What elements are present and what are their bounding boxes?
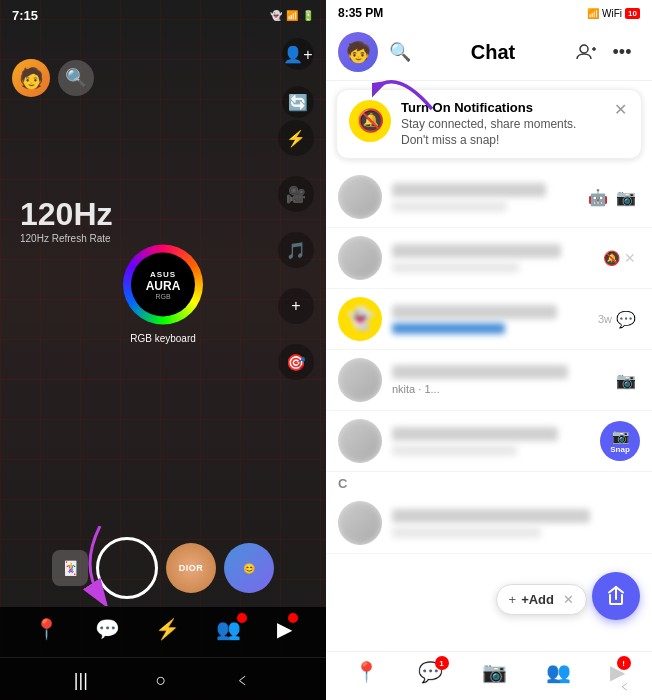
hz-label: 120Hz Refresh Rate — [20, 233, 113, 244]
add-close-button[interactable]: ✕ — [563, 592, 574, 607]
chat-bubble-icon[interactable]: 💬 — [612, 305, 640, 333]
chat-info-1 — [392, 183, 584, 212]
map-nav-left[interactable]: 📍 — [34, 617, 59, 641]
hz-display: 120Hz 120Hz Refresh Rate — [20, 196, 113, 244]
left-top-right-controls: 👤+ 🔄 — [282, 38, 314, 118]
hz-value: 120Hz — [20, 196, 113, 233]
close-chat-button[interactable]: ✕ — [620, 250, 640, 266]
back-btn[interactable]: ﹤ — [218, 664, 268, 696]
snapchat-status-icon: 👻 — [270, 10, 282, 21]
chat-preview-2 — [392, 262, 519, 273]
battery-level: 10 — [625, 8, 640, 19]
left-status-icons: 👻 📶 🔋 — [270, 10, 314, 21]
chat-avatar-2 — [338, 236, 382, 280]
snap-label: Snap — [610, 445, 630, 454]
chat-item[interactable]: 🔕 ✕ — [326, 228, 652, 289]
right-bottom-nav: 📍 💬 1 📷 👥 ▶ ! — [326, 651, 652, 700]
chat-avatar-5 — [338, 419, 382, 463]
add-friend-button[interactable]: 👤+ — [282, 38, 314, 70]
chat-info-4: nkita · 1... — [392, 365, 612, 395]
chat-nav-left[interactable]: 💬 — [95, 617, 120, 641]
rgb-keyboard-label: RGB keyboard — [123, 333, 203, 344]
right-time: 8:35 PM — [338, 6, 383, 20]
back-button-right[interactable]: ﹤ — [618, 678, 632, 696]
add-icon-btn[interactable]: + — [278, 288, 314, 324]
right-status-icons: 📶 WiFi 10 — [587, 8, 640, 19]
filter-row: 🃏 DIOR 😊 — [0, 537, 326, 607]
chat-item-team-snapchat[interactable]: 👻 3w 💬 — [326, 289, 652, 350]
notification-off-icon: 🔕 — [603, 250, 620, 266]
chat-nav-right[interactable]: 💬 1 — [418, 660, 443, 684]
user-avatar[interactable]: 🧑 — [12, 59, 50, 97]
chat-name-4 — [392, 365, 568, 379]
camera-nav-left[interactable]: ⚡ — [155, 617, 180, 641]
chat-avatar-4 — [338, 358, 382, 402]
friends-nav-right[interactable]: 👥 — [546, 660, 571, 684]
chat-item[interactable]: 🤖 📷 — [326, 167, 652, 228]
chat-preview-1 — [392, 201, 507, 212]
avatar-filter[interactable]: 😊 — [224, 543, 274, 593]
battery-icon: 🔋 — [302, 10, 314, 21]
friends-badge — [237, 613, 247, 623]
music-icon-btn[interactable]: 🎵 — [278, 232, 314, 268]
svg-point-1 — [580, 45, 588, 53]
snap-icon: 📷 — [612, 428, 629, 444]
chat-preview-6 — [392, 527, 541, 538]
chat-item[interactable] — [326, 493, 652, 554]
discover-badge — [288, 613, 298, 623]
left-top-controls: 🧑 🔍 👤+ 🔄 — [0, 30, 326, 126]
recents-btn[interactable]: ||| — [58, 666, 104, 695]
camera-nav-right[interactable]: 📷 — [482, 660, 507, 684]
switch-camera-button[interactable]: 🔄 — [282, 86, 314, 118]
left-time: 7:15 — [12, 8, 38, 23]
lens-icon-btn[interactable]: 🎯 — [278, 344, 314, 380]
discover-nav-left[interactable]: ▶ — [277, 617, 292, 641]
more-options-button[interactable]: ••• — [604, 34, 640, 70]
team-snapchat-avatar: 👻 — [338, 297, 382, 341]
aura-text: AURA — [146, 279, 181, 293]
right-panel: 8:35 PM 📶 WiFi 10 🧒 🔍 Chat ••• — [326, 0, 652, 700]
share-icon — [605, 585, 627, 607]
camera-action-1[interactable]: 📷 — [612, 183, 640, 211]
dior-filter[interactable]: DIOR — [166, 543, 216, 593]
asus-aura-logo: ASUS AURA RGB — [123, 245, 203, 325]
chat-preview-5 — [392, 445, 517, 456]
asus-text: ASUS — [150, 270, 176, 279]
chat-preview-text-4: nkita · 1... — [392, 383, 612, 395]
robot-icon[interactable]: 🤖 — [584, 183, 612, 211]
chat-name-5 — [392, 427, 558, 441]
wifi-icon: 📶 — [286, 10, 298, 21]
chat-time-snapchat: 3w — [598, 313, 612, 325]
map-nav-right[interactable]: 📍 — [354, 660, 379, 684]
friends-nav-left[interactable]: 👥 — [216, 617, 241, 641]
flash-icon-btn[interactable]: ⚡ — [278, 120, 314, 156]
add-icon: + — [509, 592, 517, 607]
right-statusbar: 8:35 PM 📶 WiFi 10 — [326, 0, 652, 26]
home-btn[interactable]: ○ — [140, 666, 183, 695]
notification-close-button[interactable]: ✕ — [612, 100, 629, 119]
signal-icon: 📶 — [587, 8, 599, 19]
chat-name-snapchat — [392, 305, 557, 319]
chat-info-2 — [392, 244, 603, 273]
left-system-nav: ||| ○ ﹤ — [0, 657, 326, 700]
rgb-text: RGB — [155, 293, 170, 300]
video-icon-btn[interactable]: 🎥 — [278, 176, 314, 212]
add-friend-header-button[interactable] — [568, 34, 604, 70]
share-fab-button[interactable] — [592, 572, 640, 620]
chat-avatar-6 — [338, 501, 382, 545]
snap-button[interactable]: 📷 Snap — [600, 421, 640, 461]
search-button-left[interactable]: 🔍 — [58, 60, 94, 96]
chat-item[interactable]: 📷 Snap — [326, 411, 652, 472]
camera-action-4[interactable]: 📷 — [612, 366, 640, 394]
chat-name-2 — [392, 244, 561, 258]
add-label: +Add — [521, 592, 554, 607]
add-contact-banner[interactable]: + +Add ✕ — [496, 584, 587, 615]
chat-preview-snapchat — [392, 323, 505, 334]
chat-list: 🤖 📷 🔕 ✕ 👻 3w 💬 — [326, 167, 652, 700]
chat-avatar-1 — [338, 175, 382, 219]
chat-item[interactable]: nkita · 1... 📷 — [326, 350, 652, 411]
left-right-icons: ⚡ 🎥 🎵 + 🎯 — [278, 120, 314, 380]
section-divider-c: C — [326, 472, 652, 493]
add-person-icon — [575, 41, 597, 63]
left-statusbar: 7:15 👻 📶 🔋 — [0, 0, 326, 30]
